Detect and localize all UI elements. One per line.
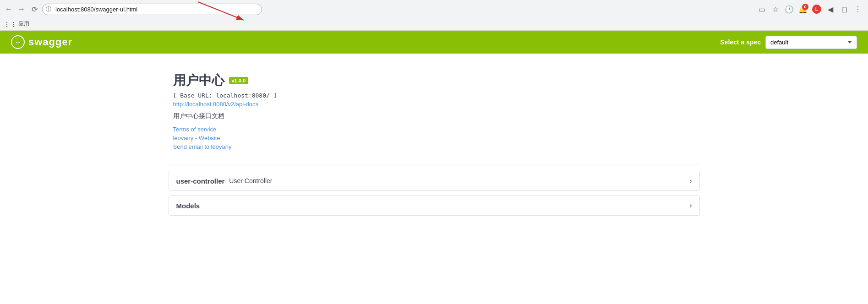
browser-actions: ▭ ☆ 🕐 🔔 0 L ◀ ◻ ⋮ (755, 3, 864, 16)
models-header[interactable]: Models › (169, 196, 699, 215)
browser-toolbar: ← → ⟳ ⓘ ▭ ☆ 🕐 🔔 0 (0, 0, 868, 18)
api-title-row: 用户中心 v1.0.0 (173, 72, 700, 89)
models-title-group: Models (176, 202, 200, 210)
cast-button[interactable]: ▭ (755, 3, 768, 16)
api-base-url: [ Base URL: localhost:8080/ ] (173, 92, 700, 99)
user-controller-title-group: user-controller User Controller (176, 177, 273, 185)
browser-chrome: ← → ⟳ ⓘ ▭ ☆ 🕐 🔔 0 (0, 0, 868, 31)
sidebar-button[interactable]: ◻ (838, 3, 851, 16)
api-title: 用户中心 (173, 72, 224, 89)
models-section: Models › (169, 195, 700, 216)
api-version-badge: v1.0.0 (229, 77, 249, 84)
address-bar-container: ⓘ (42, 4, 262, 15)
swagger-header: ↔ swagger Select a spec default (0, 31, 868, 54)
swagger-spec-selector: Select a spec default (720, 36, 857, 49)
email-link[interactable]: Send email to leovany (173, 143, 700, 150)
forward-button[interactable]: → (16, 4, 27, 14)
user-controller-section: user-controller User Controller › (169, 171, 700, 191)
profile-button[interactable]: L (810, 3, 823, 16)
sections-divider (169, 164, 700, 164)
refresh-button[interactable]: ⟳ (29, 4, 39, 14)
user-controller-description: User Controller (229, 177, 272, 185)
address-bar-input[interactable] (42, 4, 262, 15)
api-docs-link[interactable]: http://localhost:8080/v2/api-docs (173, 101, 700, 108)
apps-bar: ⋮⋮ 应用 (0, 18, 868, 30)
api-description: 用户中心接口文档 (173, 112, 700, 120)
swagger-spec-select[interactable]: default (765, 36, 857, 49)
swagger-logo: ↔ swagger (11, 35, 72, 49)
swagger-logo-text: swagger (28, 36, 72, 48)
apps-grid-icon[interactable]: ⋮⋮ (4, 21, 16, 28)
models-name: Models (176, 202, 200, 210)
terms-of-service-link[interactable]: Terms of service (173, 126, 700, 133)
apps-label: 应用 (18, 20, 29, 28)
profile-avatar: L (812, 5, 821, 14)
user-controller-header[interactable]: user-controller User Controller › (169, 171, 699, 190)
menu-button[interactable]: ⋮ (852, 3, 864, 16)
lock-icon: ⓘ (46, 5, 51, 13)
bookmark-button[interactable]: ☆ (769, 3, 782, 16)
website-link[interactable]: leovany - Website (173, 135, 700, 141)
swagger-logo-icon: ↔ (11, 35, 25, 49)
notifications-button[interactable]: 🔔 0 (797, 3, 809, 16)
user-controller-name: user-controller (176, 177, 225, 185)
api-info: 用户中心 v1.0.0 [ Base URL: localhost:8080/ … (169, 72, 700, 150)
user-controller-chevron-icon: › (689, 177, 692, 185)
swagger-spec-label: Select a spec (720, 38, 761, 46)
back-button[interactable]: ← (4, 4, 14, 14)
extensions-button[interactable]: ◀ (824, 3, 837, 16)
sections-container: user-controller User Controller › Models… (169, 164, 700, 216)
models-chevron-icon: › (689, 201, 692, 210)
main-content: 用户中心 v1.0.0 [ Base URL: localhost:8080/ … (159, 54, 709, 239)
history-button[interactable]: 🕐 (783, 3, 796, 16)
api-links: Terms of service leovany - Website Send … (173, 126, 700, 150)
